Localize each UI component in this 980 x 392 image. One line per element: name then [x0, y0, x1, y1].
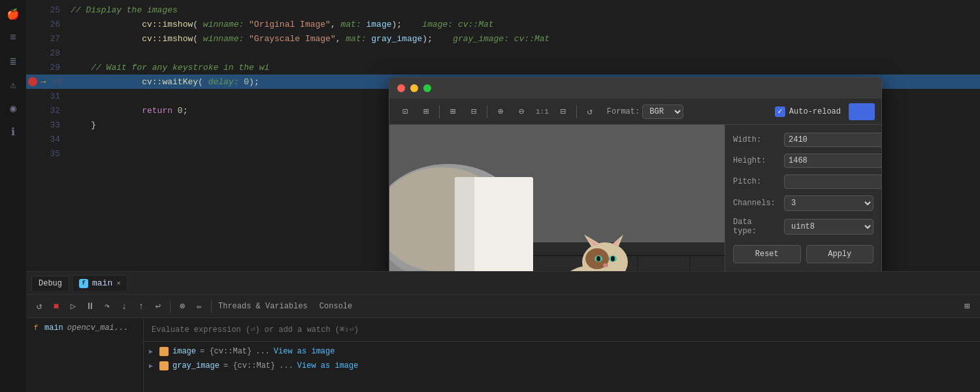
sidebar-icon-debug[interactable]: 🍎 [4, 5, 22, 24]
sidebar-icon-circle[interactable]: ◉ [4, 99, 22, 118]
edit-btn[interactable]: ✏ [191, 299, 207, 314]
line-num-27: 27 [39, 34, 71, 44]
maximize-dot[interactable] [423, 84, 431, 92]
run-cursor-btn[interactable]: ↩ [150, 299, 166, 314]
gutter-30 [26, 77, 39, 86]
grid-icon[interactable]: ⊞ [444, 103, 462, 121]
width-label: Width: [733, 135, 779, 144]
sidebar-icon-info[interactable]: ℹ [4, 123, 22, 141]
pitch-label: Pitch: [733, 177, 779, 186]
var-name-gray: gray_image [172, 361, 220, 370]
threads-variables-label: Threads & Variables [218, 302, 308, 311]
step-out-btn[interactable]: ↑ [133, 299, 149, 314]
auto-reload-label: Auto-reload [789, 107, 841, 116]
code-editor: 25 // Display the images 26 cv::imshow( … [26, 0, 980, 271]
viewer-body: x=2,315 y=1,227 0x000000015d07784b 203, … [389, 125, 881, 271]
save-icon[interactable]: ⊡ [396, 103, 414, 121]
debug-tab-file[interactable]: f main × [72, 275, 128, 291]
blue-indicator [849, 103, 875, 120]
cat-image-svg [389, 125, 725, 271]
viewer-properties-sidebar: Width: Height: Pitch: Channels: [725, 125, 881, 271]
datatype-select[interactable]: uint8 float32 int32 [784, 219, 874, 235]
var-link-image[interactable]: View as image [274, 347, 335, 356]
toolbar-sep-2 [211, 300, 212, 313]
evaluate-input[interactable] [152, 325, 972, 335]
var-item-image[interactable]: ▶ image = {cv::Mat} ... View as image [144, 344, 980, 359]
step-over-btn[interactable]: ↷ [99, 299, 115, 314]
line-num-34: 34 [39, 135, 71, 144]
zoom-in-icon[interactable]: ⊕ [491, 103, 510, 121]
channels-row: Channels: 1 2 3 4 [733, 195, 874, 211]
height-input[interactable] [784, 154, 882, 168]
resume-btn[interactable]: ▷ [65, 299, 81, 314]
width-input[interactable] [784, 133, 882, 147]
viewer-toolbar: ⊡ ⊞ ⊞ ⊟ ⊕ ⊖ 1:1 ⊟ ↺ Format: BGR RGB GRAY… [389, 99, 881, 125]
width-row: Width: [733, 133, 874, 147]
evaluate-bar [144, 318, 980, 342]
format-select[interactable]: BGR RGB GRAY HSV [642, 105, 683, 119]
debug-tab-main[interactable]: Debug [31, 276, 69, 291]
image-display: x=2,315 y=1,227 0x000000015d07784b 203, … [389, 125, 725, 271]
svg-point-31 [611, 256, 615, 261]
line-num-29: 29 [39, 63, 71, 73]
line-num-26: 26 [39, 20, 71, 29]
sidebar: 🍎 ≡ ≣ ⚠ ◉ ℹ [0, 0, 26, 392]
layout-btn[interactable]: ⊞ [959, 299, 975, 314]
apply-button[interactable]: Apply [806, 245, 874, 263]
debug-label: Debug [39, 279, 62, 288]
reload-icon[interactable]: ↺ [581, 103, 599, 121]
var-extra-image: ... [255, 347, 270, 356]
var-name-image: image [172, 347, 196, 356]
debug-panel: Debug f main × ↺ ■ ▷ ⏸ ↷ ↓ ↑ ↩ ⊗ ✏ Threa… [26, 271, 980, 392]
image-viewer: ⊡ ⊞ ⊞ ⊟ ⊕ ⊖ 1:1 ⊟ ↺ Format: BGR RGB GRAY… [389, 77, 882, 271]
sidebar-icon-warning[interactable]: ⚠ [4, 76, 22, 94]
fit-icon[interactable]: ⊟ [554, 103, 572, 121]
zoom-1-1[interactable]: 1:1 [533, 103, 551, 121]
format-label: Format: [607, 107, 640, 116]
svg-rect-18 [455, 177, 474, 271]
line-num-25: 25 [39, 5, 71, 15]
reset-button[interactable]: Reset [733, 245, 801, 263]
line-num-28: 28 [39, 48, 71, 58]
datatype-row: Data type: uint8 float32 int32 [733, 218, 874, 236]
debug-content: f main opencv_mai... ▶ image [26, 318, 980, 392]
datatype-label: Data type: [733, 218, 779, 236]
debug-toolbar: ↺ ■ ▷ ⏸ ↷ ↓ ↑ ↩ ⊗ ✏ Threads & Variables … [26, 295, 980, 318]
pitch-input[interactable] [784, 174, 882, 189]
auto-reload-area: ✓ Auto-reload [775, 106, 841, 117]
channels-label: Channels: [733, 199, 779, 208]
breakpoint-30[interactable] [28, 77, 37, 86]
toolbar-sep-1 [439, 105, 440, 118]
variables-list: ▶ image = {cv::Mat} ... View as image ▶ … [144, 342, 980, 376]
var-icon-gray [159, 361, 169, 370]
main-area: 25 // Display the images 26 cv::imshow( … [26, 0, 980, 392]
toolbar-sep [170, 300, 171, 313]
auto-reload-checkbox[interactable]: ✓ [775, 106, 785, 117]
var-item-gray[interactable]: ▶ gray_image = {cv::Mat} ... View as ima… [144, 359, 980, 373]
var-extra-gray: ... [279, 361, 293, 370]
sidebar-icon-list[interactable]: ≣ [4, 52, 22, 71]
breakpoints-btn[interactable]: ⊗ [174, 299, 190, 314]
close-dot[interactable] [397, 84, 405, 92]
height-row: Height: [733, 154, 874, 168]
copy-icon[interactable]: ⊞ [417, 103, 435, 121]
zoom-out-icon[interactable]: ⊖ [512, 103, 531, 121]
grid2-icon[interactable]: ⊟ [465, 103, 483, 121]
stack-panel: f main opencv_mai... [26, 318, 144, 392]
close-tab-icon[interactable]: × [116, 280, 121, 287]
pause-btn[interactable]: ⏸ [82, 299, 98, 314]
line-content-27: cv::imshow( winname: "Grayscale Image", … [71, 24, 970, 54]
line-num-33: 33 [39, 120, 71, 130]
var-link-gray[interactable]: View as image [297, 361, 359, 370]
sidebar-icon-nav[interactable]: ≡ [4, 29, 22, 47]
restart-btn[interactable]: ↺ [31, 299, 47, 314]
stop-btn[interactable]: ■ [48, 299, 64, 314]
height-label: Height: [733, 156, 779, 165]
frame-file: opencv_mai... [67, 323, 129, 333]
debug-frame-main[interactable]: f main opencv_mai... [26, 321, 143, 335]
var-icon-image [159, 347, 169, 356]
step-into-btn[interactable]: ↓ [116, 299, 132, 314]
tab-file-icon: f [79, 279, 88, 288]
minimize-dot[interactable] [410, 84, 418, 92]
channels-select[interactable]: 1 2 3 4 [784, 195, 874, 211]
